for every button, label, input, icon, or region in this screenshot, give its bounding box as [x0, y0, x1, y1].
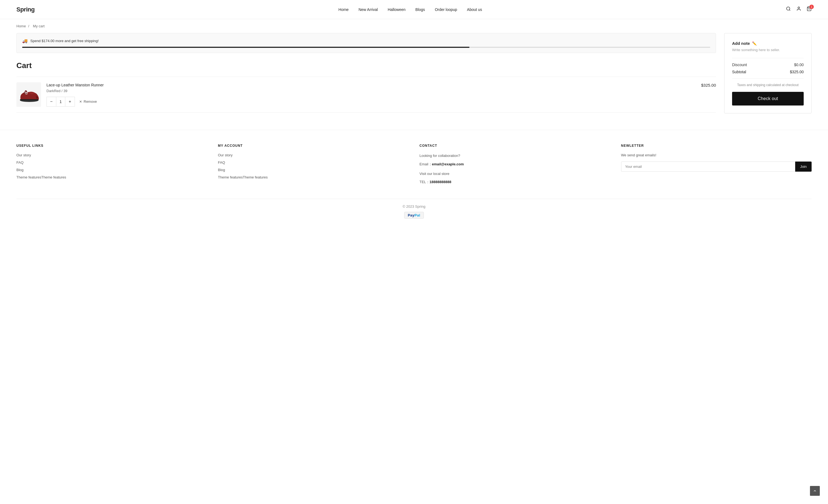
footer-link-blog-2[interactable]: Blog: [218, 168, 409, 172]
add-note-label: Add note: [732, 41, 750, 46]
discount-value: $0.00: [794, 62, 804, 67]
svg-point-2: [798, 7, 799, 8]
svg-point-0: [786, 7, 790, 10]
cart-icon[interactable]: 1: [807, 6, 812, 12]
svg-line-1: [789, 9, 790, 10]
header-icons: 1: [786, 6, 812, 12]
tax-note: Taxes and shipping calculated at checkou…: [732, 83, 804, 87]
nav-halloween[interactable]: Halloween: [388, 7, 406, 12]
email-row: Email：email@exaple.com: [419, 162, 610, 167]
search-icon[interactable]: [786, 6, 791, 12]
breadcrumb-current: My cart: [33, 24, 45, 28]
item-name: Lace-up Leather Manston Runner: [46, 83, 696, 87]
footer-link-theme-1[interactable]: Theme featuresTheme features: [16, 175, 207, 179]
account-icon[interactable]: [796, 6, 801, 12]
shoe-illustration: [18, 87, 40, 102]
checkout-button[interactable]: Check out: [732, 92, 804, 106]
visit-text: Visit our local store: [419, 171, 610, 177]
footer-grid: USEFUL LINKS Our story FAQ Blog Theme fe…: [16, 144, 812, 188]
truck-icon: 🚚: [22, 38, 28, 43]
collab-text: Looking for collaboration?: [419, 153, 610, 159]
site-logo[interactable]: Spring: [16, 6, 35, 13]
footer-link-theme-2[interactable]: Theme featuresTheme features: [218, 175, 409, 179]
my-account-title: MY ACCOUNT: [218, 144, 409, 148]
footer-col-contact: CONTACT Looking for collaboration? Email…: [419, 144, 610, 188]
header: Spring Home New Arrival Halloween Blogs …: [0, 0, 828, 19]
main-content: 🚚 Spend $174.00 more and get free shippi…: [0, 33, 828, 130]
footer-copy: © 2023 Spring: [16, 204, 812, 209]
footer-bottom: © 2023 Spring PayPal: [16, 199, 812, 219]
nav-order-loopup[interactable]: Order loopup: [435, 7, 457, 12]
footer-col-newsletter: NEWLETTER We send great emails! Join: [621, 144, 812, 188]
order-summary-sidebar: Add note ✏️ Write something here to sell…: [724, 33, 812, 114]
nav-new-arrival[interactable]: New Arrival: [359, 7, 378, 12]
cart-title: Cart: [16, 61, 716, 70]
cart-badge: 1: [810, 5, 814, 9]
footer-col-useful-links: USEFUL LINKS Our story FAQ Blog Theme fe…: [16, 144, 207, 188]
shipping-text: Spend $174.00 more and get free shipping…: [30, 39, 99, 43]
tel-label: TEL：: [419, 180, 429, 184]
remove-button[interactable]: ✕ Remove: [79, 99, 97, 103]
footer-link-our-story-1[interactable]: Our story: [16, 153, 207, 157]
email-label: Email：: [419, 162, 432, 166]
main-nav: Home New Arrival Halloween Blogs Order l…: [339, 7, 482, 12]
contact-email[interactable]: email@exaple.com: [432, 162, 464, 166]
footer-col-my-account: MY ACCOUNT Our story FAQ Blog Theme feat…: [218, 144, 409, 188]
add-note-row: Add note ✏️: [732, 41, 804, 46]
subtotal-row: Subtotal $325.00: [732, 70, 804, 74]
discount-label: Discount: [732, 62, 747, 67]
quantity-decrease-button[interactable]: −: [47, 97, 56, 106]
cart-section: 🚚 Spend $174.00 more and get free shippi…: [16, 33, 716, 113]
quantity-value: 1: [56, 97, 65, 106]
paypal-badge: PayPal: [404, 212, 424, 219]
nav-about-us[interactable]: About us: [467, 7, 482, 12]
note-placeholder: Write something here to seller.: [732, 48, 804, 52]
shipping-text-row: 🚚 Spend $174.00 more and get free shippi…: [22, 38, 710, 43]
subtotal-value: $325.00: [790, 70, 804, 74]
useful-links-title: USEFUL LINKS: [16, 144, 207, 148]
svg-rect-8: [20, 99, 39, 100]
newsletter-title: NEWLETTER: [621, 144, 812, 148]
newsletter-join-button[interactable]: Join: [795, 162, 812, 172]
footer-link-blog-1[interactable]: Blog: [16, 168, 207, 172]
newsletter-email-input[interactable]: [621, 162, 795, 172]
footer-link-faq-2[interactable]: FAQ: [218, 160, 409, 165]
footer-link-faq-1[interactable]: FAQ: [16, 160, 207, 165]
item-image: [16, 82, 41, 107]
quantity-controls: − 1 +: [46, 97, 75, 107]
discount-row: Discount $0.00: [732, 62, 804, 67]
newsletter-desc: We send great emails!: [621, 153, 812, 157]
progress-bar-bg: [22, 47, 710, 48]
shipping-banner: 🚚 Spend $174.00 more and get free shippi…: [16, 33, 716, 53]
x-icon: ✕: [79, 100, 82, 103]
remove-label: Remove: [84, 99, 97, 103]
contact-title: CONTACT: [419, 144, 610, 148]
nav-blogs[interactable]: Blogs: [415, 7, 425, 12]
breadcrumb-separator: /: [28, 24, 29, 28]
newsletter-form: Join: [621, 162, 812, 172]
tel-row: TEL：18888888888: [419, 179, 610, 185]
item-variant: DarkRed / 39: [46, 89, 696, 93]
item-details: Lace-up Leather Manston Runner DarkRed /…: [46, 83, 696, 107]
divider-2: [732, 78, 804, 79]
contact-tel: 18888888888: [429, 180, 451, 184]
subtotal-label: Subtotal: [732, 70, 746, 74]
cart-item: Lace-up Leather Manston Runner DarkRed /…: [16, 77, 716, 113]
footer-link-our-story-2[interactable]: Our story: [218, 153, 409, 157]
footer: USEFUL LINKS Our story FAQ Blog Theme fe…: [0, 130, 828, 227]
breadcrumb: Home / My cart: [0, 19, 828, 33]
breadcrumb-home[interactable]: Home: [16, 24, 26, 28]
progress-bar-fill: [22, 47, 469, 48]
item-price: $325.00: [701, 82, 716, 87]
quantity-increase-button[interactable]: +: [65, 97, 75, 106]
edit-icon[interactable]: ✏️: [752, 41, 757, 46]
paypal-text: PayPal: [408, 213, 420, 217]
divider-1: [732, 58, 804, 58]
nav-home[interactable]: Home: [339, 7, 349, 12]
